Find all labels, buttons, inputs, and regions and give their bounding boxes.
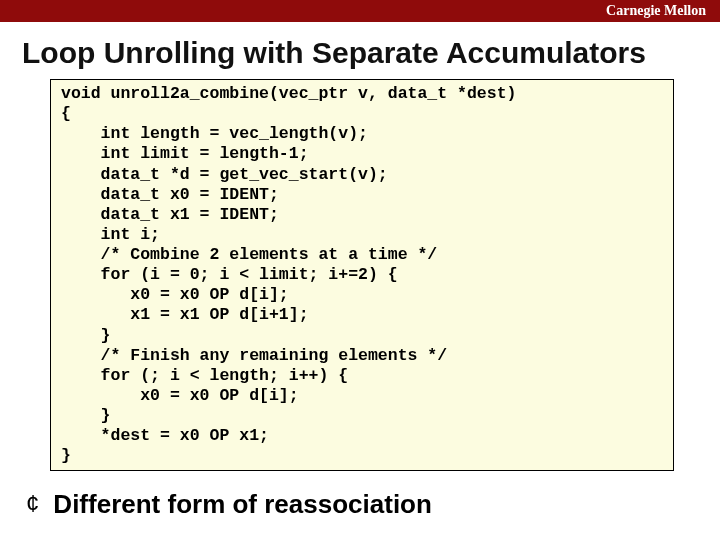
header-org-label: Carnegie Mellon xyxy=(606,3,706,19)
header-bar: Carnegie Mellon xyxy=(0,0,720,22)
bullet-item: ¢ Different form of reassociation xyxy=(26,489,720,520)
code-block: void unroll2a_combine(vec_ptr v, data_t … xyxy=(50,79,674,471)
slide-title: Loop Unrolling with Separate Accumulator… xyxy=(22,36,720,69)
bullet-glyph-icon: ¢ xyxy=(26,492,39,516)
bullet-text: Different form of reassociation xyxy=(53,489,432,520)
